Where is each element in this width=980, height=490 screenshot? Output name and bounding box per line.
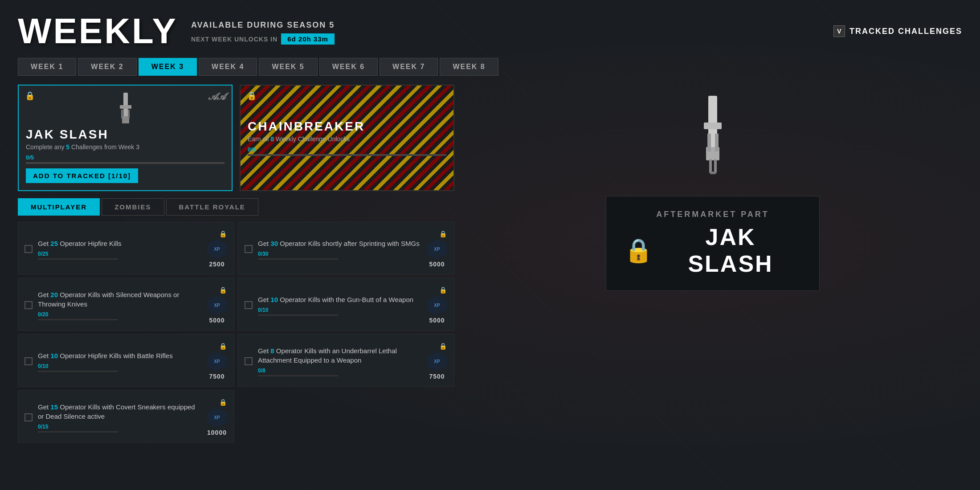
challenge-item[interactable]: Get 30 Operator Kills shortly after Spri… — [238, 222, 454, 274]
tab-week4[interactable]: WEEK 4 — [199, 58, 257, 76]
jak-slash-highlight: 5 — [66, 143, 69, 151]
aftermarket-label: AFTERMARKET PART — [624, 210, 801, 219]
challenge-lock-icon: 🔒 — [439, 343, 447, 350]
challenge-right: 🔒 XP 5000 — [427, 230, 447, 268]
weapon-svg — [113, 92, 138, 125]
content-area: 🔒 𝒜𝒜 JAK SLASH Complete any 5 C — [18, 85, 962, 443]
challenge-progress-label: 0/8 — [258, 368, 422, 374]
page-title: WEEKLY — [18, 13, 178, 49]
xp-badge: XP — [427, 295, 447, 315]
challenge-checkbox[interactable] — [24, 245, 33, 253]
jak-slash-progress-bar — [26, 162, 225, 164]
header-meta: AVAILABLE DURING SEASON 5 NEXT WEEK UNLO… — [191, 20, 335, 49]
challenge-desc: Get 10 Operator Kills with the Gun-Butt … — [258, 295, 422, 304]
challenge-text: Get 10 Operator Hipfire Kills with Battl… — [38, 351, 202, 372]
xp-badge: XP — [207, 239, 227, 259]
weapon-preview — [686, 94, 739, 183]
mode-tabs: MULTIPLAYER ZOMBIES BATTLE ROYALE — [18, 198, 454, 216]
left-panel: 🔒 𝒜𝒜 JAK SLASH Complete any 5 C — [18, 85, 454, 443]
xp-icon: XP — [214, 247, 220, 252]
weapon-preview-svg — [690, 94, 735, 183]
xp-badge: XP — [207, 408, 227, 427]
xp-icon: XP — [434, 359, 440, 364]
challenge-checkbox[interactable] — [24, 413, 33, 421]
challenge-desc: Get 8 Operator Kills with an Underbarrel… — [258, 346, 422, 365]
chainbreaker-progress-label: 0/8 — [248, 146, 446, 153]
chainbreaker-progress: 0/8 — [248, 146, 446, 156]
next-week-label: NEXT WEEK UNLOCKS IN — [191, 36, 278, 43]
main-container: WEEKLY AVAILABLE DURING SEASON 5 NEXT WE… — [0, 0, 980, 456]
challenge-checkbox[interactable] — [24, 301, 33, 309]
challenge-text: Get 25 Operator Hipfire Kills 0/25 — [38, 239, 202, 260]
tab-week2[interactable]: WEEK 2 — [78, 58, 136, 76]
xp-amount: 7500 — [429, 373, 445, 380]
aftermarket-panel: AFTERMARKET PART 🔒 JAK SLASH — [606, 196, 820, 291]
next-week-badge: NEXT WEEK UNLOCKS IN 6d 20h 33m — [191, 33, 335, 45]
svg-rect-2 — [120, 105, 131, 109]
xp-amount: 7500 — [209, 373, 225, 380]
chainbreaker-progress-bar — [248, 154, 446, 156]
jak-slash-progress: 0/5 — [26, 154, 225, 164]
xp-amount: 10000 — [207, 429, 227, 436]
right-panel: AFTERMARKET PART 🔒 JAK SLASH — [463, 85, 962, 443]
tab-zombies[interactable]: ZOMBIES — [102, 198, 164, 216]
add-to-tracked-button[interactable]: ADD TO TRACKED [1/10] — [26, 168, 138, 183]
challenge-item[interactable]: Get 8 Operator Kills with an Underbarrel… — [238, 334, 454, 387]
tracked-key: V — [833, 25, 845, 37]
xp-amount: 5000 — [429, 261, 445, 268]
challenge-checkbox[interactable] — [245, 301, 253, 309]
tab-week1[interactable]: WEEK 1 — [18, 58, 76, 76]
challenge-progress-label: 0/25 — [38, 251, 202, 257]
challenge-right: 🔒 XP 7500 — [207, 343, 227, 380]
jak-slash-logo-icon: 𝒜𝒜 — [208, 91, 225, 102]
challenge-item[interactable]: Get 10 Operator Kills with the Gun-Butt … — [238, 278, 454, 331]
xp-icon: XP — [214, 359, 220, 364]
tab-multiplayer[interactable]: MULTIPLAYER — [18, 198, 100, 216]
tracked-challenges-button[interactable]: V TRACKED CHALLENGES — [833, 25, 962, 37]
available-season: AVAILABLE DURING SEASON 5 — [191, 20, 335, 30]
chainbreaker-card[interactable]: 🔒 CHAINBREAKER Earn all 8 Weekly Challen… — [240, 85, 454, 191]
challenge-item[interactable]: Get 20 Operator Kills with Silenced Weap… — [18, 278, 234, 331]
xp-icon: XP — [434, 247, 440, 252]
challenge-checkbox[interactable] — [245, 245, 253, 253]
challenge-progress-label: 0/15 — [38, 424, 202, 430]
jak-slash-desc: Complete any 5 Challenges from Week 3 — [26, 143, 225, 151]
challenge-desc: Get 10 Operator Hipfire Kills with Battl… — [38, 351, 202, 360]
svg-rect-7 — [704, 122, 722, 129]
xp-amount: 5000 — [209, 317, 225, 324]
xp-badge: XP — [207, 295, 227, 315]
tab-week7[interactable]: WEEK 7 — [380, 58, 438, 76]
tab-week3[interactable]: WEEK 3 — [139, 58, 197, 76]
challenge-text: Get 15 Operator Kills with Covert Sneake… — [38, 402, 202, 433]
challenge-progress-bar — [258, 314, 338, 316]
svg-rect-8 — [707, 134, 711, 151]
challenges-grid: Get 25 Operator Hipfire Kills 0/25 🔒 XP — [18, 222, 454, 443]
svg-rect-0 — [123, 93, 128, 117]
next-week-timer: 6d 20h 33m — [281, 33, 335, 45]
challenge-text: Get 20 Operator Kills with Silenced Weap… — [38, 290, 202, 320]
challenge-checkbox[interactable] — [24, 357, 33, 365]
tab-battle-royale[interactable]: BATTLE ROYALE — [166, 198, 258, 216]
header: WEEKLY AVAILABLE DURING SEASON 5 NEXT WE… — [18, 13, 962, 49]
challenge-item[interactable]: Get 10 Operator Hipfire Kills with Battl… — [18, 334, 234, 387]
challenge-right: 🔒 XP 5000 — [207, 286, 227, 324]
tab-week8[interactable]: WEEK 8 — [440, 58, 498, 76]
challenge-lock-icon: 🔒 — [219, 343, 227, 350]
challenge-progress-bar — [38, 319, 118, 320]
jak-slash-card[interactable]: 🔒 𝒜𝒜 JAK SLASH Complete any 5 C — [18, 85, 233, 191]
challenge-item[interactable]: Get 15 Operator Kills with Covert Sneake… — [18, 390, 234, 443]
aftermarket-lock-icon: 🔒 — [624, 237, 654, 264]
challenge-item[interactable]: Get 25 Operator Hipfire Kills 0/25 🔒 XP — [18, 222, 234, 274]
challenge-lock-icon: 🔒 — [439, 230, 447, 237]
challenge-desc: Get 25 Operator Hipfire Kills — [38, 239, 202, 248]
aftermarket-name: 🔒 JAK SLASH — [624, 224, 801, 277]
challenge-right: 🔒 XP 5000 — [427, 286, 447, 324]
challenge-progress-label: 0/10 — [38, 363, 202, 369]
challenge-text: Get 30 Operator Kills shortly after Spri… — [258, 239, 422, 260]
tab-week5[interactable]: WEEK 5 — [259, 58, 317, 76]
xp-badge: XP — [427, 351, 447, 371]
tab-week6[interactable]: WEEK 6 — [319, 58, 378, 76]
tracked-label: TRACKED CHALLENGES — [849, 27, 962, 36]
challenge-progress-label: 0/20 — [38, 311, 202, 318]
challenge-checkbox[interactable] — [245, 357, 253, 365]
